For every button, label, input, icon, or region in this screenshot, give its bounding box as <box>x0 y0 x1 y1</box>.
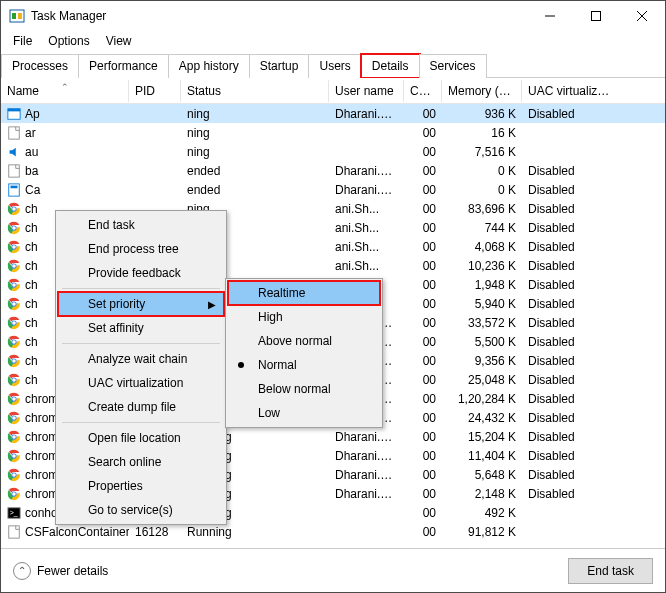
chevron-up-icon: ⌃ <box>13 562 31 580</box>
cell-user: Dharani.Sh... <box>329 448 404 464</box>
fewer-details-button[interactable]: ⌃ Fewer details <box>13 562 108 580</box>
col-mem[interactable]: Memory (a... <box>442 80 522 102</box>
ctx-end-task[interactable]: End task <box>58 213 224 237</box>
menu-options[interactable]: Options <box>40 32 97 50</box>
cell-mem: 744 K <box>442 220 522 236</box>
cell-cpu: 00 <box>404 505 442 521</box>
tab-app-history[interactable]: App history <box>168 54 250 78</box>
cell-cpu: 00 <box>404 125 442 141</box>
cell-pid <box>129 170 181 172</box>
tab-startup[interactable]: Startup <box>249 54 310 78</box>
table-row[interactable]: CaendedDharani.Sh...000 KDisabled <box>1 180 665 199</box>
priority-above-normal[interactable]: Above normal <box>228 329 380 353</box>
cell-mem: 16 K <box>442 125 522 141</box>
col-uac[interactable]: UAC virtualizat... <box>522 80 622 102</box>
cell-mem: 5,940 K <box>442 296 522 312</box>
end-task-button[interactable]: End task <box>568 558 653 584</box>
tab-users[interactable]: Users <box>308 54 361 78</box>
priority-normal[interactable]: Normal <box>228 353 380 377</box>
menu-view[interactable]: View <box>98 32 140 50</box>
cell-cpu: 00 <box>404 277 442 293</box>
process-icon <box>7 411 21 425</box>
separator <box>62 422 220 423</box>
app-icon <box>9 8 25 24</box>
cell-uac: Disabled <box>522 372 622 388</box>
priority-realtime[interactable]: Realtime <box>228 281 380 305</box>
process-name: ch <box>25 259 38 273</box>
menu-file[interactable]: File <box>5 32 40 50</box>
ctx-search-online[interactable]: Search online <box>58 450 224 474</box>
cell-uac: Disabled <box>522 163 622 179</box>
process-icon <box>7 316 21 330</box>
col-name[interactable]: Name⌃ <box>1 80 129 102</box>
cell-user <box>329 512 404 514</box>
ctx-open-location[interactable]: Open file location <box>58 426 224 450</box>
ctx-feedback[interactable]: Provide feedback <box>58 261 224 285</box>
table-row[interactable]: baendedDharani.Sh...000 KDisabled <box>1 161 665 180</box>
cell-cpu: 00 <box>404 220 442 236</box>
col-user[interactable]: User name <box>329 80 404 102</box>
cell-uac <box>522 132 622 134</box>
sort-icon: ⌃ <box>61 82 69 92</box>
cell-cpu: 00 <box>404 391 442 407</box>
table-row[interactable]: ApningDharani.Sh...00936 KDisabled <box>1 104 665 123</box>
ctx-set-priority[interactable]: Set priority▶ <box>58 292 224 316</box>
svg-point-24 <box>12 264 16 268</box>
cell-pid <box>129 113 181 115</box>
process-icon <box>7 335 21 349</box>
cell-user: ani.Sh... <box>329 258 404 274</box>
ctx-dump[interactable]: Create dump file <box>58 395 224 419</box>
ctx-uac[interactable]: UAC virtualization <box>58 371 224 395</box>
process-icon <box>7 468 21 482</box>
svg-point-48 <box>12 416 16 420</box>
cell-cpu: 00 <box>404 296 442 312</box>
ctx-set-affinity[interactable]: Set affinity <box>58 316 224 340</box>
cell-mem: 4,068 K <box>442 239 522 255</box>
ctx-analyze[interactable]: Analyze wait chain <box>58 347 224 371</box>
ctx-go-services[interactable]: Go to service(s) <box>58 498 224 522</box>
cell-cpu: 00 <box>404 448 442 464</box>
tab-services[interactable]: Services <box>419 54 487 78</box>
cell-user: Dharani.Sh... <box>329 429 404 445</box>
cell-cpu: 00 <box>404 106 442 122</box>
cell-user: Dharani.Sh... <box>329 106 404 122</box>
cell-mem: 1,20,284 K <box>442 391 522 407</box>
svg-point-30 <box>12 302 16 306</box>
table-row[interactable]: arning0016 K <box>1 123 665 142</box>
process-name: ch <box>25 373 38 387</box>
tab-performance[interactable]: Performance <box>78 54 169 78</box>
ctx-end-tree[interactable]: End process tree <box>58 237 224 261</box>
tab-details[interactable]: Details <box>361 54 420 78</box>
priority-low[interactable]: Low <box>228 401 380 425</box>
cell-cpu: 00 <box>404 334 442 350</box>
col-cpu[interactable]: CPU <box>404 80 442 102</box>
priority-high[interactable]: High <box>228 305 380 329</box>
cell-pid <box>129 189 181 191</box>
cell-mem: 1,948 K <box>442 277 522 293</box>
svg-rect-1 <box>12 13 16 19</box>
cell-mem: 10,236 K <box>442 258 522 274</box>
cell-cpu: 00 <box>404 410 442 426</box>
title-bar[interactable]: Task Manager <box>1 1 665 31</box>
svg-point-18 <box>12 226 16 230</box>
minimize-button[interactable] <box>527 1 573 31</box>
tab-processes[interactable]: Processes <box>1 54 79 78</box>
cell-user: Dharani.Sh... <box>329 467 404 483</box>
cell-mem: 15,204 K <box>442 429 522 445</box>
priority-below-normal[interactable]: Below normal <box>228 377 380 401</box>
svg-point-21 <box>12 245 16 249</box>
table-row[interactable]: auning007,516 K <box>1 142 665 161</box>
cell-uac: Disabled <box>522 239 622 255</box>
cell-mem: 5,648 K <box>442 467 522 483</box>
process-name: CSFalconContainer.e <box>25 525 129 539</box>
ctx-properties[interactable]: Properties <box>58 474 224 498</box>
cell-cpu: 00 <box>404 239 442 255</box>
col-status[interactable]: Status <box>181 80 329 102</box>
cell-status: ended <box>181 182 329 198</box>
cell-pid: 16128 <box>129 524 181 540</box>
svg-point-60 <box>12 492 16 496</box>
process-icon <box>7 278 21 292</box>
close-button[interactable] <box>619 1 665 31</box>
maximize-button[interactable] <box>573 1 619 31</box>
col-pid[interactable]: PID <box>129 80 181 102</box>
